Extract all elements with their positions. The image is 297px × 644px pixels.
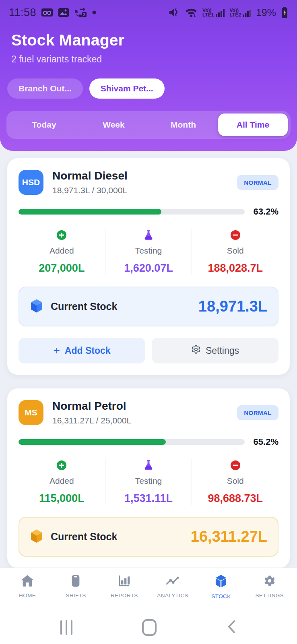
stock-progress-bar [19, 439, 245, 445]
notification-dot-icon [92, 10, 97, 15]
current-stock-value: 16,311.27L [191, 528, 267, 545]
nav-analytics[interactable]: ANALYTICS [148, 574, 197, 599]
android-navigation-bar [0, 619, 297, 636]
bottom-bar: HOME SHIFTS REPORTS ANALYTICS STOCK [0, 568, 297, 644]
fuel-card-petrol: MS Normal Petrol 16,311.27L / 25,000L NO… [7, 388, 290, 568]
stat-added: Added 115,000L [19, 459, 105, 505]
cube-icon [30, 529, 43, 545]
flask-icon [143, 229, 154, 241]
status-bar: 11:58 2 [0, 0, 297, 22]
page-subtitle: 2 fuel variants tracked [11, 54, 286, 65]
fuel-card-list: HSD Normal Diesel 18,971.3L / 30,000L NO… [0, 151, 297, 575]
gallery-icon [58, 8, 69, 17]
shifts-icon [70, 574, 81, 589]
app-header: 11:58 2 [0, 0, 297, 151]
fuel-card-diesel: HSD Normal Diesel 18,971.3L / 30,000L NO… [7, 158, 290, 375]
gear-icon [191, 345, 201, 357]
fuel-capacity: 18,971.3L / 30,000L [52, 186, 237, 195]
nav-home[interactable]: HOME [3, 574, 52, 599]
fuel-capacity: 16,311.27L / 25,000L [52, 416, 237, 425]
current-stock-panel: Current Stock 18,971.3L [19, 287, 278, 326]
stat-testing: Testing 1,531.11L [105, 459, 192, 505]
bottom-nav: HOME SHIFTS REPORTS ANALYTICS STOCK [0, 568, 297, 599]
home-icon [21, 574, 34, 589]
cube-icon [30, 299, 43, 315]
page-title: Stock Manager [11, 31, 286, 49]
fuel-name: Normal Diesel [52, 169, 237, 182]
tab-today[interactable]: Today [9, 114, 79, 136]
battery-charging-icon [281, 6, 288, 19]
analytics-icon [166, 574, 179, 589]
stock-progress-fill [19, 439, 166, 445]
mute-vibrate-icon [168, 7, 180, 18]
current-stock-panel: Current Stock 16,311.27L [19, 517, 278, 557]
nav-settings[interactable]: SETTINGS [245, 574, 294, 599]
reports-icon [118, 574, 131, 589]
recorder-icon [41, 8, 53, 17]
wifi-icon [185, 7, 198, 18]
flask-icon [143, 459, 154, 471]
clock: 11:58 [9, 6, 36, 19]
fuel-name: Normal Petrol [52, 400, 237, 413]
recents-button[interactable] [60, 620, 72, 635]
signal-bars-1-icon [215, 8, 225, 17]
fuel-type-badge: HSD [19, 170, 43, 195]
chip-shivam-pet[interactable]: Shivam Pet... [89, 78, 165, 99]
branch-chips: Branch Out... Shivam Pet... [7, 78, 290, 99]
plus-circle-icon [56, 229, 67, 241]
home-button[interactable] [142, 619, 157, 636]
lte1-indicator: Vo))LTE1 [202, 8, 225, 17]
stat-sold: Sold 98,688.73L [192, 459, 278, 505]
stat-sold: Sold 188,028.7L [192, 229, 278, 275]
status-badge: NORMAL [237, 405, 278, 420]
lte2-indicator: Vo))LTE2 [230, 8, 251, 17]
minus-circle-icon [230, 229, 241, 241]
nav-reports[interactable]: REPORTS [100, 574, 148, 599]
stock-percentage: 65.2% [251, 437, 278, 447]
tab-all-time[interactable]: All Time [218, 114, 288, 136]
fuel-type-badge: MS [19, 400, 43, 425]
back-button[interactable] [226, 619, 237, 636]
tab-week[interactable]: Week [79, 114, 148, 136]
nav-shifts[interactable]: SHIFTS [52, 574, 100, 599]
stock-percentage: 63.2% [251, 206, 278, 217]
battery-percentage: 19% [256, 7, 276, 19]
chip-branch-out[interactable]: Branch Out... [7, 78, 83, 99]
card-settings-button[interactable]: Settings [152, 338, 278, 363]
settings-gear-icon [263, 574, 276, 589]
tab-month[interactable]: Month [148, 114, 218, 136]
stock-cube-icon [214, 574, 228, 590]
stock-progress-bar [19, 209, 245, 215]
nav-stock[interactable]: STOCK [197, 574, 245, 599]
signal-bars-2-icon [242, 8, 251, 17]
time-filter-tabs: Today Week Month All Time [6, 111, 291, 139]
stock-progress-fill [19, 209, 161, 215]
call-forward-sim2-icon: 2 [74, 7, 87, 18]
status-badge: NORMAL [237, 175, 278, 190]
add-stock-button[interactable]: + Add Stock [19, 338, 145, 363]
minus-circle-icon [230, 459, 241, 471]
plus-circle-icon [56, 459, 67, 471]
current-stock-value: 18,971.3L [198, 298, 267, 315]
svg-text:2: 2 [83, 12, 86, 17]
stat-testing: Testing 1,620.07L [105, 229, 192, 275]
stat-added: Added 207,000L [19, 229, 105, 275]
plus-icon: + [53, 344, 60, 357]
